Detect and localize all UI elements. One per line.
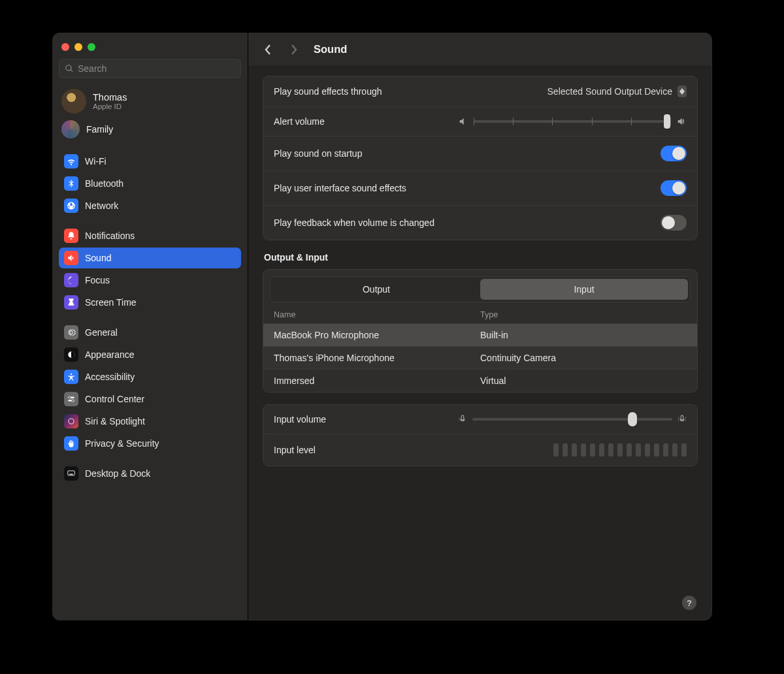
forward-button[interactable]: [285, 40, 303, 59]
content: Play sound effects through Selected Soun…: [248, 67, 712, 620]
sidebar-item-label: Screen Time: [85, 297, 137, 308]
play-startup-row: Play sound on startup: [263, 136, 697, 170]
sidebar-item-screen-time[interactable]: Screen Time: [59, 292, 241, 313]
sidebar-item-focus[interactable]: Focus: [59, 270, 241, 291]
sidebar-item-label: Network: [85, 201, 118, 211]
accessibility-icon: [64, 370, 78, 384]
svg-rect-8: [69, 474, 73, 475]
sidebar: Search Thomas Apple ID Family Wi-Fi Blue…: [52, 33, 248, 620]
sidebar-item-control-center[interactable]: Control Center: [59, 389, 241, 409]
sidebar-item-label: Notifications: [85, 231, 135, 241]
sound-effects-panel: Play sound effects through Selected Soun…: [263, 76, 698, 240]
gear-icon: [64, 325, 78, 340]
sidebar-item-appearance[interactable]: Appearance: [59, 344, 241, 365]
input-volume-slider[interactable]: [458, 414, 687, 425]
svg-rect-7: [68, 471, 75, 475]
input-volume-row: Input volume: [263, 405, 697, 434]
slider-knob[interactable]: [628, 412, 637, 426]
sidebar-item-desktop-dock[interactable]: Desktop & Dock: [59, 463, 241, 484]
main-panel: Sound Play sound effects through Selecte…: [248, 33, 712, 620]
play-sound-through-row: Play sound effects through Selected Soun…: [263, 76, 697, 106]
play-ui-sounds-row: Play user interface sound effects: [263, 170, 697, 205]
account-subtitle: Apple ID: [93, 103, 127, 110]
device-table-header: Name Type: [263, 302, 697, 323]
back-button[interactable]: [259, 40, 277, 59]
output-input-heading: Output & Input: [264, 252, 696, 263]
window-controls: [59, 40, 241, 59]
slider-track: [474, 120, 671, 123]
family-label: Family: [86, 124, 113, 135]
device-type: Virtual: [480, 376, 687, 386]
search-placeholder: Search: [78, 63, 106, 74]
sidebar-item-label: Siri & Spotlight: [85, 416, 145, 426]
setting-label: Play user interface sound effects: [274, 183, 406, 193]
appearance-icon: [64, 347, 78, 362]
sidebar-item-notifications[interactable]: Notifications: [59, 225, 241, 246]
device-name: Immersed: [274, 376, 480, 386]
play-sound-through-dropdown[interactable]: Selected Sound Output Device: [547, 86, 687, 97]
sidebar-item-sound[interactable]: Sound: [59, 248, 241, 268]
hourglass-icon: [64, 295, 78, 310]
sidebar-item-general[interactable]: General: [59, 322, 241, 343]
sidebar-item-apple-id[interactable]: Thomas Apple ID: [59, 85, 241, 118]
titlebar: Sound: [248, 33, 712, 67]
setting-label: Input volume: [274, 414, 326, 425]
minimize-window-button[interactable]: [74, 43, 82, 51]
help-button[interactable]: ?: [682, 596, 696, 610]
bluetooth-icon: [64, 176, 78, 191]
device-row[interactable]: Thomas's iPhone Microphone Continuity Ca…: [263, 346, 697, 369]
sidebar-item-family[interactable]: Family: [59, 118, 241, 142]
zoom-window-button[interactable]: [88, 43, 95, 51]
speaker-low-icon: [458, 116, 468, 127]
network-icon: [64, 199, 78, 213]
sidebar-item-label: Accessibility: [85, 372, 135, 382]
play-ui-sounds-toggle[interactable]: [661, 180, 687, 196]
input-panel: Input volume Input level: [263, 404, 698, 466]
input-level-meter: [553, 443, 687, 457]
sidebar-section-desktop: Desktop & Dock: [59, 462, 241, 485]
tab-input[interactable]: Input: [480, 279, 688, 300]
sidebar-section-engagement: Notifications Sound Focus Screen Time: [59, 225, 241, 313]
dock-icon: [64, 466, 78, 481]
alert-volume-slider[interactable]: [458, 116, 687, 127]
dropdown-value: Selected Sound Output Device: [547, 86, 672, 97]
tab-output[interactable]: Output: [272, 279, 480, 300]
play-feedback-row: Play feedback when volume is changed: [263, 205, 697, 240]
svg-point-1: [71, 374, 72, 375]
sidebar-item-network[interactable]: Network: [59, 195, 241, 216]
svg-point-4: [69, 396, 71, 399]
alert-volume-row: Alert volume: [263, 106, 697, 136]
mic-low-icon: [458, 414, 467, 425]
col-type: Type: [480, 310, 687, 319]
avatar: [61, 89, 86, 114]
sound-icon: [64, 251, 78, 265]
device-type: Continuity Camera: [480, 353, 687, 363]
play-feedback-toggle[interactable]: [661, 215, 687, 231]
family-avatar-icon: [61, 120, 80, 138]
output-input-segmented: Output Input: [270, 276, 691, 302]
device-row[interactable]: MacBook Pro Microphone Built-in: [263, 323, 697, 346]
svg-point-6: [69, 419, 74, 424]
device-name: Thomas's iPhone Microphone: [274, 353, 480, 363]
sidebar-item-label: Wi-Fi: [85, 156, 106, 167]
output-input-panel: Output Input Name Type MacBook Pro Micro…: [263, 269, 698, 393]
sidebar-item-siri-spotlight[interactable]: Siri & Spotlight: [59, 411, 241, 432]
setting-label: Play feedback when volume is changed: [274, 217, 434, 228]
search-input[interactable]: Search: [59, 59, 241, 78]
device-row[interactable]: Immersed Virtual: [263, 369, 697, 392]
sidebar-section-network: Wi-Fi Bluetooth Network: [59, 150, 241, 217]
search-icon: [65, 64, 74, 73]
sidebar-item-label: Bluetooth: [85, 178, 123, 189]
sidebar-item-wifi[interactable]: Wi-Fi: [59, 151, 241, 172]
close-window-button[interactable]: [61, 43, 69, 51]
sidebar-item-label: Desktop & Dock: [85, 468, 150, 479]
mic-high-icon: [678, 414, 687, 425]
play-startup-toggle[interactable]: [661, 146, 687, 161]
moon-icon: [64, 273, 78, 287]
slider-knob[interactable]: [664, 114, 670, 129]
sidebar-item-label: Privacy & Security: [85, 438, 159, 449]
sidebar-item-privacy-security[interactable]: Privacy & Security: [59, 433, 241, 454]
sidebar-item-accessibility[interactable]: Accessibility: [59, 366, 241, 387]
sidebar-item-label: Control Center: [85, 394, 144, 404]
sidebar-item-bluetooth[interactable]: Bluetooth: [59, 173, 241, 194]
